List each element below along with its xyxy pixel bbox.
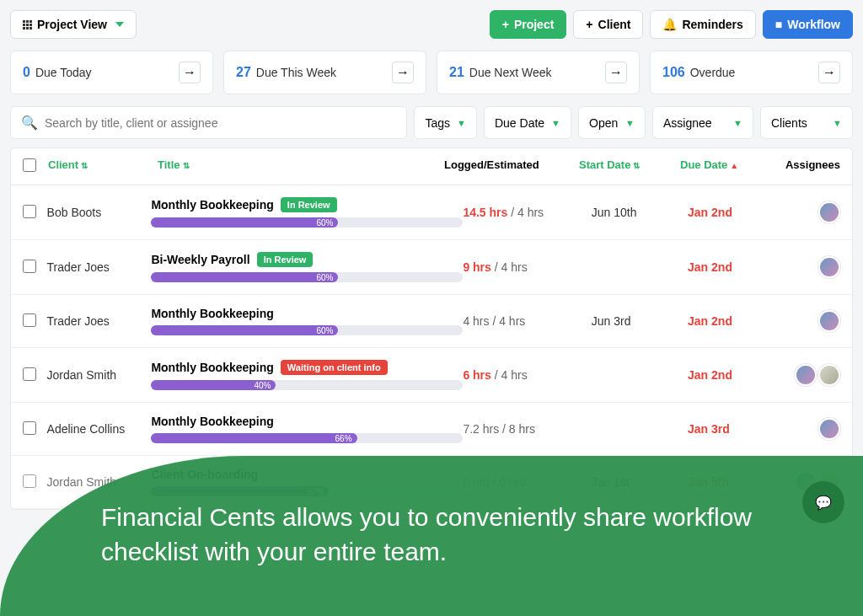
chevron-down-icon: ▼ xyxy=(833,118,842,128)
assignees xyxy=(784,471,840,493)
search-box[interactable]: 🔍 xyxy=(10,106,407,139)
grid-icon xyxy=(23,20,32,29)
summary-card[interactable]: 0Due Today→ xyxy=(10,51,213,94)
status-badge: In Review xyxy=(281,197,337,212)
plus-icon: + xyxy=(502,18,509,31)
client-name: Jordan Smith xyxy=(47,368,152,382)
logged-hours: 6 hrs / 4 hrs xyxy=(463,368,591,382)
filter-label: Tags xyxy=(425,116,450,130)
filter-label: Assignee xyxy=(663,116,712,130)
chevron-down-icon xyxy=(115,22,124,27)
table-row[interactable]: Trader Joes Bi-Weekly PayrollIn Review 6… xyxy=(11,240,852,295)
avatar[interactable] xyxy=(818,471,840,493)
project-title: Monthly Bookkeeping xyxy=(151,198,273,212)
view-label: Project View xyxy=(37,18,107,31)
col-start-date[interactable]: Start Date⇅ xyxy=(579,158,680,174)
start-date: Jan 1st xyxy=(592,475,688,489)
filter-tags[interactable]: Tags▼ xyxy=(414,106,476,139)
table-row[interactable]: Trader Joes Monthly Bookkeeping 60% 4 hr… xyxy=(11,295,852,348)
logged-hours: 7.2 hrs / 8 hrs xyxy=(463,422,591,436)
add-project-button[interactable]: + Project xyxy=(490,10,567,39)
status-badge: Waiting on client info xyxy=(281,360,388,375)
start-date: Jun 10th xyxy=(592,206,688,219)
progress-bar: 66% xyxy=(151,433,463,443)
filter-label: Clients xyxy=(771,116,807,130)
summary-label: Overdue xyxy=(690,66,736,79)
logged-hours: 9 hrs / 4 hrs xyxy=(463,260,591,274)
avatar[interactable] xyxy=(795,471,817,493)
avatar[interactable] xyxy=(818,201,840,223)
summary-label: Due Today xyxy=(35,66,92,79)
avatar[interactable] xyxy=(818,364,840,386)
project-table: Client⇅ Title⇅ Logged/Estimated Start Da… xyxy=(10,147,853,510)
select-all-checkbox[interactable] xyxy=(23,158,36,172)
summary-card[interactable]: 21Due Next Week→ xyxy=(437,51,640,94)
filter-clients[interactable]: Clients▼ xyxy=(760,106,853,139)
assignees xyxy=(784,201,840,223)
arrow-right-icon[interactable]: → xyxy=(392,62,414,83)
search-input[interactable] xyxy=(45,116,396,130)
workflow-button[interactable]: ■ Workflow xyxy=(763,10,853,39)
filter-label: Due Date xyxy=(495,116,544,130)
search-icon: 🔍 xyxy=(21,115,38,131)
col-assignees: Assignees xyxy=(781,158,840,174)
row-checkbox[interactable] xyxy=(23,205,36,218)
row-checkbox[interactable] xyxy=(23,260,36,273)
project-title: Monthly Bookkeeping xyxy=(151,361,273,374)
chevron-down-icon: ▼ xyxy=(551,118,560,128)
project-title: Client On-boarding xyxy=(151,468,258,481)
avatar[interactable] xyxy=(818,256,840,278)
chevron-down-icon: ▼ xyxy=(625,118,635,128)
filter-open[interactable]: Open▼ xyxy=(578,106,646,139)
arrow-right-icon[interactable]: → xyxy=(605,62,627,83)
row-checkbox[interactable] xyxy=(23,421,36,435)
summary-count: 0 xyxy=(23,65,30,79)
due-date: Jan 2nd xyxy=(688,368,784,382)
arrow-right-icon[interactable]: → xyxy=(818,62,840,83)
project-title: Bi-Weekly Payroll xyxy=(151,253,249,266)
chevron-down-icon: ▼ xyxy=(457,118,466,128)
row-checkbox[interactable] xyxy=(23,474,36,488)
project-view-dropdown[interactable]: Project View xyxy=(10,10,137,39)
due-date: Jan 2nd xyxy=(688,314,784,328)
summary-card[interactable]: 27Due This Week→ xyxy=(223,51,426,94)
due-date: Jan 2nd xyxy=(688,260,784,274)
progress-bar: 57% xyxy=(151,486,463,496)
chevron-down-icon: ▼ xyxy=(733,118,742,128)
client-name: Adeline Collins xyxy=(47,422,152,436)
row-checkbox[interactable] xyxy=(23,367,36,381)
due-date: Jan 5th xyxy=(688,475,784,489)
toolbar: Project View + Project + Client 🔔 Remind… xyxy=(10,10,853,39)
start-date: Jun 3rd xyxy=(592,314,688,328)
avatar[interactable] xyxy=(818,418,840,440)
plus-icon: + xyxy=(586,18,592,31)
summary-label: Due This Week xyxy=(256,66,336,79)
progress-bar: 60% xyxy=(151,217,463,228)
assignees xyxy=(784,310,840,332)
progress-bar: 60% xyxy=(151,325,463,335)
filters-row: 🔍 Tags▼Due Date▼Open▼Assignee▼Clients▼ xyxy=(10,106,853,139)
project-title: Monthly Bookkeeping xyxy=(151,307,273,320)
table-row[interactable]: Jordan Smith Client On-boarding 57% 0 hr… xyxy=(11,456,852,509)
table-row[interactable]: Adeline Collins Monthly Bookkeeping 66% … xyxy=(11,403,852,456)
summary-card[interactable]: 106Overdue→ xyxy=(650,51,853,94)
summary-label: Due Next Week xyxy=(469,66,552,79)
table-row[interactable]: Bob Boots Monthly BookkeepingIn Review 6… xyxy=(11,185,852,240)
reminders-button[interactable]: 🔔 Reminders xyxy=(650,10,755,39)
avatar[interactable] xyxy=(818,310,840,332)
table-row[interactable]: Jordan Smith Monthly BookkeepingWaiting … xyxy=(11,348,852,403)
arrow-right-icon[interactable]: → xyxy=(179,62,201,83)
filter-assignee[interactable]: Assignee▼ xyxy=(652,106,753,139)
summary-count: 106 xyxy=(662,65,685,79)
filter-due-date[interactable]: Due Date▼ xyxy=(484,106,571,139)
row-checkbox[interactable] xyxy=(23,313,36,327)
col-title[interactable]: Title⇅ xyxy=(158,158,444,174)
avatar[interactable] xyxy=(795,364,817,386)
table-header: Client⇅ Title⇅ Logged/Estimated Start Da… xyxy=(11,148,852,185)
client-name: Trader Joes xyxy=(47,260,152,274)
col-due-date[interactable]: Due Date▲ xyxy=(680,158,781,174)
due-date: Jan 2nd xyxy=(688,206,784,219)
col-client[interactable]: Client⇅ xyxy=(48,158,158,174)
logged-hours: 0 hrs / 0 hrs xyxy=(463,475,591,489)
add-client-button[interactable]: + Client xyxy=(573,10,643,39)
